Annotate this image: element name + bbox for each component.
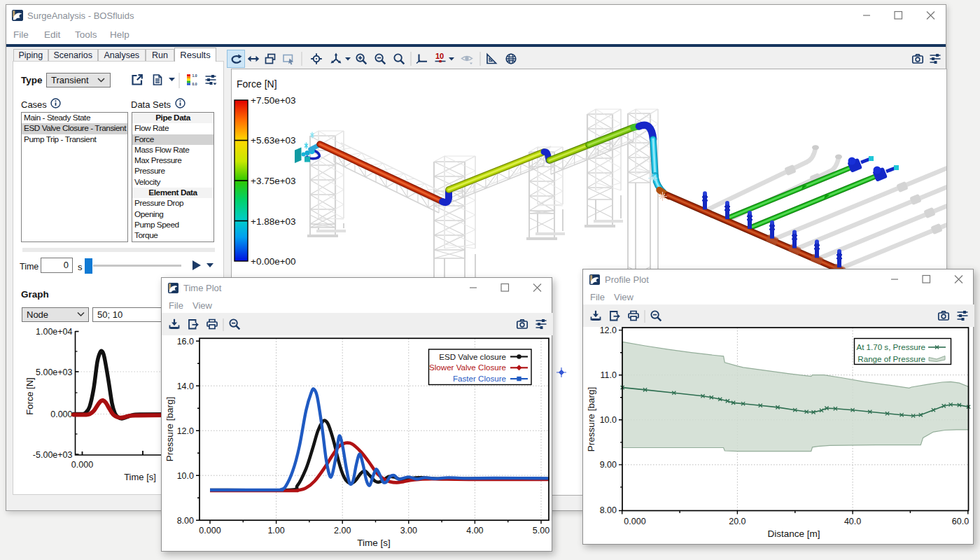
svg-text:0.0: 0.0 (192, 82, 197, 86)
svg-text:+5.63e+03: +5.63e+03 (251, 135, 296, 146)
svg-text:4.00: 4.00 (466, 526, 483, 536)
svg-text:8.00: 8.00 (177, 516, 194, 526)
svg-text:Time [s]: Time [s] (124, 472, 156, 482)
svg-text:Range of Pressure: Range of Pressure (858, 354, 925, 363)
svg-text:60.0: 60.0 (952, 517, 969, 526)
svg-text:10: 10 (435, 52, 444, 60)
svg-text:Distance [m]: Distance [m] (767, 528, 820, 539)
svg-text:File: File (13, 29, 29, 40)
svg-text:Profile Plot: Profile Plot (605, 274, 649, 285)
svg-text:Time Plot: Time Plot (183, 283, 222, 293)
svg-text:8.00: 8.00 (600, 505, 617, 515)
svg-text:1.00: 1.00 (267, 526, 284, 536)
svg-text:Faster Closure: Faster Closure (453, 374, 506, 383)
svg-text:View: View (614, 292, 634, 302)
svg-text:10.0: 10.0 (177, 471, 194, 481)
svg-text:11.0: 11.0 (601, 370, 617, 380)
svg-text:Slower Valve Closure: Slower Valve Closure (429, 363, 506, 372)
svg-text:3.00: 3.00 (400, 526, 417, 536)
svg-text:File: File (169, 300, 183, 311)
svg-text:ESD Valve closure: ESD Valve closure (439, 352, 506, 361)
svg-text:SurgeAnalysis - BOSfluids: SurgeAnalysis - BOSfluids (27, 10, 134, 21)
svg-text:Help: Help (110, 29, 130, 40)
svg-text:-5.00e+03: -5.00e+03 (33, 450, 73, 460)
svg-text:Graph: Graph (21, 289, 49, 300)
svg-text:Force [N]: Force [N] (24, 377, 35, 414)
svg-text:Time: Time (20, 262, 38, 272)
svg-text:5.00: 5.00 (533, 526, 550, 536)
svg-text:Cases: Cases (21, 99, 47, 110)
svg-text:Pressure [barg]: Pressure [barg] (164, 397, 175, 461)
svg-text:1.00e+04: 1.00e+04 (36, 327, 73, 337)
svg-text:14.0: 14.0 (177, 382, 194, 391)
svg-text:Time [s]: Time [s] (357, 538, 391, 548)
svg-text:0.000: 0.000 (199, 526, 220, 536)
svg-text:0.000: 0.000 (71, 460, 93, 470)
svg-text:20.0: 20.0 (729, 517, 746, 526)
svg-text:12.0: 12.0 (600, 326, 617, 335)
svg-text:At 1.70 s, Pressure: At 1.70 s, Pressure (856, 342, 925, 351)
svg-text:0.000: 0.000 (50, 410, 72, 419)
svg-text:Force [N]: Force [N] (237, 78, 277, 90)
svg-text:+7.50e+03: +7.50e+03 (251, 95, 296, 106)
svg-text:9.00: 9.00 (600, 460, 617, 470)
svg-text:View: View (192, 300, 213, 311)
svg-text:16.0: 16.0 (177, 337, 194, 346)
svg-text:Pressure [barg]: Pressure [barg] (586, 387, 596, 451)
svg-text:s: s (78, 262, 83, 272)
svg-text:10.0: 10.0 (600, 415, 617, 425)
svg-text:+3.75e+03: +3.75e+03 (251, 176, 296, 186)
svg-text:5.00e+03: 5.00e+03 (36, 368, 73, 377)
svg-text:+1.88e+03: +1.88e+03 (251, 216, 296, 227)
svg-text:0.000: 0.000 (624, 517, 645, 526)
svg-text:1.0: 1.0 (192, 74, 197, 78)
svg-text:Tools: Tools (75, 29, 97, 40)
svg-text:File: File (590, 292, 605, 302)
svg-text:Edit: Edit (44, 29, 61, 40)
svg-text:12.0: 12.0 (177, 426, 194, 436)
svg-text:40.0: 40.0 (844, 517, 861, 526)
svg-text:2.00: 2.00 (334, 526, 351, 536)
svg-text:Data Sets: Data Sets (131, 99, 172, 110)
svg-text:+0.00e+00: +0.00e+00 (251, 256, 296, 267)
